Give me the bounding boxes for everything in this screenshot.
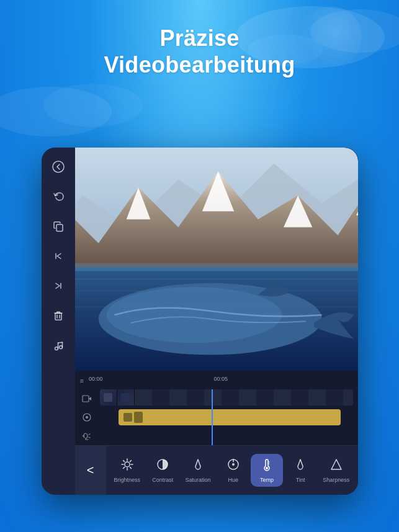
title-line2: Videobearbeitung bbox=[0, 51, 399, 78]
video-preview bbox=[75, 148, 358, 371]
svg-rect-31 bbox=[83, 396, 89, 402]
saturation-icon bbox=[191, 458, 205, 474]
hue-tool[interactable]: Hue bbox=[217, 454, 249, 487]
ruler-icon: ≡ bbox=[80, 377, 84, 384]
svg-line-37 bbox=[89, 437, 90, 438]
bottom-toolbar: < bbox=[75, 445, 358, 495]
sidebar-next-icon[interactable] bbox=[49, 277, 68, 295]
sharpness-tool[interactable]: Sharpness bbox=[318, 454, 354, 487]
audio-track-row bbox=[100, 429, 353, 445]
sidebar-copy-icon[interactable] bbox=[49, 217, 68, 236]
brightness-tool[interactable]: Brightness bbox=[109, 454, 146, 487]
timeline-tracks bbox=[75, 388, 358, 446]
svg-line-46 bbox=[123, 467, 124, 468]
audio-track-icon bbox=[80, 429, 94, 443]
fx-track-icon bbox=[80, 410, 94, 424]
ipad-device: ≡ 00:00 00:05 bbox=[42, 148, 358, 495]
svg-marker-32 bbox=[89, 397, 91, 401]
contrast-tool[interactable]: Contrast bbox=[146, 454, 179, 487]
svg-point-3 bbox=[43, 84, 143, 127]
svg-rect-6 bbox=[56, 224, 63, 231]
sidebar bbox=[42, 148, 75, 495]
video-track-row bbox=[100, 389, 353, 406]
time-mid: 00:05 bbox=[213, 376, 228, 382]
tool-buttons: Brightness Contrast bbox=[106, 454, 358, 487]
svg-line-16 bbox=[58, 342, 62, 343]
tint-label: Tint bbox=[296, 477, 305, 483]
video-track-icon bbox=[80, 392, 94, 406]
tint-icon bbox=[294, 458, 307, 474]
brightness-icon bbox=[120, 458, 134, 474]
contrast-label: Contrast bbox=[152, 477, 173, 483]
temp-tool[interactable]: Temp bbox=[251, 454, 283, 487]
saturation-label: Saturation bbox=[186, 477, 211, 483]
svg-point-51 bbox=[266, 467, 268, 469]
sidebar-undo-icon[interactable] bbox=[49, 187, 68, 206]
timeline-area: ≡ 00:00 00:05 bbox=[75, 371, 358, 445]
sharpness-label: Sharpness bbox=[323, 477, 349, 483]
tint-tool[interactable]: Tint bbox=[284, 454, 316, 487]
temp-label: Temp bbox=[260, 477, 274, 483]
time-start: 00:00 bbox=[89, 376, 103, 382]
timeline-ruler: ≡ 00:00 00:05 bbox=[75, 376, 358, 388]
clouds-decoration bbox=[0, 0, 399, 161]
svg-line-43 bbox=[123, 461, 124, 462]
hue-icon bbox=[226, 458, 240, 474]
svg-rect-30 bbox=[75, 263, 358, 271]
back-button[interactable]: < bbox=[75, 446, 106, 495]
svg-rect-9 bbox=[55, 313, 61, 320]
svg-line-45 bbox=[130, 461, 131, 462]
title-line1: Präzise bbox=[0, 25, 399, 51]
playhead bbox=[212, 389, 213, 445]
hue-label: Hue bbox=[228, 477, 238, 483]
sidebar-delete-icon[interactable] bbox=[49, 306, 68, 325]
video-scene bbox=[75, 148, 358, 371]
saturation-tool[interactable]: Saturation bbox=[181, 454, 216, 487]
sidebar-back-icon[interactable] bbox=[49, 157, 68, 176]
svg-line-36 bbox=[89, 434, 90, 435]
brightness-label: Brightness bbox=[114, 477, 141, 483]
svg-point-49 bbox=[232, 463, 235, 466]
track-icons bbox=[80, 392, 94, 443]
svg-marker-54 bbox=[331, 459, 341, 469]
svg-point-38 bbox=[125, 462, 130, 467]
main-area: ≡ 00:00 00:05 bbox=[75, 148, 358, 495]
back-chevron-icon: < bbox=[87, 463, 94, 477]
svg-point-34 bbox=[86, 416, 88, 419]
svg-point-29 bbox=[106, 287, 282, 343]
fx-track-row bbox=[100, 409, 353, 425]
sidebar-prev-icon[interactable] bbox=[49, 247, 68, 265]
sidebar-music-icon[interactable] bbox=[49, 336, 68, 355]
svg-point-5 bbox=[53, 161, 64, 172]
svg-line-44 bbox=[130, 467, 131, 468]
temp-icon bbox=[260, 458, 274, 474]
title-area: Präzise Videobearbeitung bbox=[0, 25, 399, 78]
tracks-content bbox=[100, 389, 353, 445]
sharpness-icon bbox=[330, 458, 343, 474]
contrast-icon bbox=[156, 458, 169, 474]
